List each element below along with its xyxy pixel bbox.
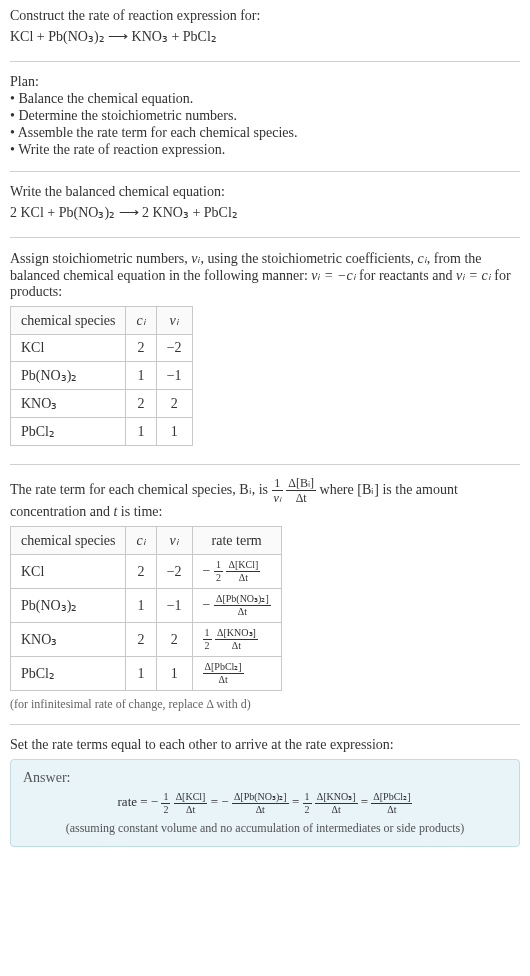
cell-nu: 1 — [156, 418, 192, 446]
cell-species: KCl — [11, 555, 126, 589]
cell-species: KNO₃ — [11, 623, 126, 657]
cell-rate: − Δ[Pb(NO₃)₂] Δt — [192, 589, 281, 623]
den: Δt — [226, 572, 260, 583]
den: 2 — [214, 572, 223, 583]
text: is time: — [117, 504, 162, 519]
cell-c: 1 — [126, 589, 156, 623]
sign: − — [203, 563, 211, 578]
col-c: cᵢ — [126, 527, 156, 555]
rate-term-section: The rate term for each chemical species,… — [10, 477, 520, 725]
den: Δt — [174, 804, 208, 815]
rate-expression: rate = − 1 2 Δ[KCl] Δt = − Δ[Pb(NO₃)₂] Δ… — [23, 792, 507, 815]
den: Δt — [315, 804, 358, 815]
den: 2 — [161, 804, 170, 815]
frac-dB-dt: Δ[Bᵢ] Δt — [286, 477, 316, 504]
num: Δ[KCl] — [174, 792, 208, 804]
table-row: PbCl₂ 1 1 Δ[PbCl₂] Δt — [11, 657, 282, 691]
cell-nu: 2 — [156, 623, 192, 657]
rate-term-intro: The rate term for each chemical species,… — [10, 477, 520, 520]
den: Δt — [214, 606, 271, 617]
num: Δ[Pb(NO₃)₂] — [214, 594, 271, 606]
plan-label: Plan: — [10, 74, 520, 90]
final-intro: Set the rate terms equal to each other t… — [10, 737, 520, 753]
cell-species: PbCl₂ — [11, 657, 126, 691]
delta-frac: Δ[KNO₃] Δt — [215, 628, 258, 651]
rate-label: rate = — [118, 794, 151, 809]
c-symbol: cᵢ — [418, 251, 427, 266]
num: 1 — [203, 628, 212, 640]
table-row: KNO₃ 2 2 1 2 Δ[KNO₃] Δt — [11, 623, 282, 657]
text: for reactants and — [356, 268, 456, 283]
cell-nu: −2 — [156, 555, 192, 589]
table-header-row: chemical species cᵢ νᵢ — [11, 307, 193, 335]
half-frac: 1 2 — [303, 792, 312, 815]
text: Assign stoichiometric numbers, — [10, 251, 191, 266]
coef-frac: 1 2 — [203, 628, 212, 651]
table-row: Pb(NO₃)₂ 1 −1 − Δ[Pb(NO₃)₂] Δt — [11, 589, 282, 623]
cell-nu: 2 — [156, 390, 192, 418]
stoich-intro: Assign stoichiometric numbers, νᵢ, using… — [10, 250, 520, 300]
cell-c: 2 — [126, 335, 156, 362]
final-section: Set the rate terms equal to each other t… — [10, 737, 520, 847]
cell-species: Pb(NO₃)₂ — [11, 362, 126, 390]
prompt-section: Construct the rate of reaction expressio… — [10, 8, 520, 62]
term-frac: Δ[PbCl₂] Δt — [371, 792, 412, 815]
num: 1 — [161, 792, 170, 804]
half-frac: 1 2 — [161, 792, 170, 815]
answer-note: (assuming constant volume and no accumul… — [23, 821, 507, 836]
table-row: KNO₃ 2 2 — [11, 390, 193, 418]
unbalanced-equation: KCl + Pb(NO₃)₂ ⟶ KNO₃ + PbCl₂ — [10, 28, 520, 45]
cell-c: 2 — [126, 623, 156, 657]
den: 2 — [303, 804, 312, 815]
neg-sign: − — [151, 794, 158, 809]
num: Δ[KNO₃] — [215, 628, 258, 640]
num: Δ[Pb(NO₃)₂] — [232, 792, 289, 804]
prompt-text: Construct the rate of reaction expressio… — [10, 8, 520, 24]
num: Δ[Bᵢ] — [286, 477, 316, 491]
num: 1 — [214, 560, 223, 572]
num: 1 — [303, 792, 312, 804]
frac-one-over-nu: 1 νᵢ — [272, 477, 283, 504]
plan-item: • Write the rate of reaction expression. — [10, 142, 520, 158]
num: Δ[KCl] — [226, 560, 260, 572]
table-header-row: chemical species cᵢ νᵢ rate term — [11, 527, 282, 555]
stoich-table: chemical species cᵢ νᵢ KCl 2 −2 Pb(NO₃)₂… — [10, 306, 193, 446]
num: 1 — [272, 477, 283, 491]
text: The rate term for each chemical species,… — [10, 482, 272, 497]
rate-term-table: chemical species cᵢ νᵢ rate term KCl 2 −… — [10, 526, 282, 691]
nu-neg: νᵢ = −cᵢ — [311, 268, 355, 283]
den: νᵢ — [272, 491, 283, 504]
plan-item: • Balance the chemical equation. — [10, 91, 520, 107]
cell-rate: 1 2 Δ[KNO₃] Δt — [192, 623, 281, 657]
cell-nu: 1 — [156, 657, 192, 691]
balanced-equation: 2 KCl + Pb(NO₃)₂ ⟶ 2 KNO₃ + PbCl₂ — [10, 204, 520, 221]
cell-c: 1 — [126, 418, 156, 446]
den: Δt — [371, 804, 412, 815]
text: , using the stoichiometric coefficients, — [200, 251, 417, 266]
term-frac: Δ[Pb(NO₃)₂] Δt — [232, 792, 289, 815]
answer-label: Answer: — [23, 770, 507, 786]
cell-nu: −1 — [156, 589, 192, 623]
num: Δ[PbCl₂] — [203, 662, 244, 674]
stoich-section: Assign stoichiometric numbers, νᵢ, using… — [10, 250, 520, 465]
plan-item: • Determine the stoichiometric numbers. — [10, 108, 520, 124]
num: Δ[KNO₃] — [315, 792, 358, 804]
table-row: KCl 2 −2 — [11, 335, 193, 362]
den: Δt — [286, 491, 316, 504]
col-species: chemical species — [11, 307, 126, 335]
col-rate: rate term — [192, 527, 281, 555]
balanced-label: Write the balanced chemical equation: — [10, 184, 520, 200]
table-row: Pb(NO₃)₂ 1 −1 — [11, 362, 193, 390]
infinitesimal-note: (for infinitesimal rate of change, repla… — [10, 697, 520, 712]
col-c: cᵢ — [126, 307, 156, 335]
term-frac: Δ[KNO₃] Δt — [315, 792, 358, 815]
col-species: chemical species — [11, 527, 126, 555]
equals: = — [292, 794, 303, 809]
term-frac: Δ[KCl] Δt — [174, 792, 208, 815]
col-nu: νᵢ — [156, 527, 192, 555]
delta-frac: Δ[PbCl₂] Δt — [203, 662, 244, 685]
equals: = — [211, 794, 222, 809]
table-row: KCl 2 −2 − 1 2 Δ[KCl] Δt — [11, 555, 282, 589]
cell-c: 1 — [126, 657, 156, 691]
delta-frac: Δ[Pb(NO₃)₂] Δt — [214, 594, 271, 617]
